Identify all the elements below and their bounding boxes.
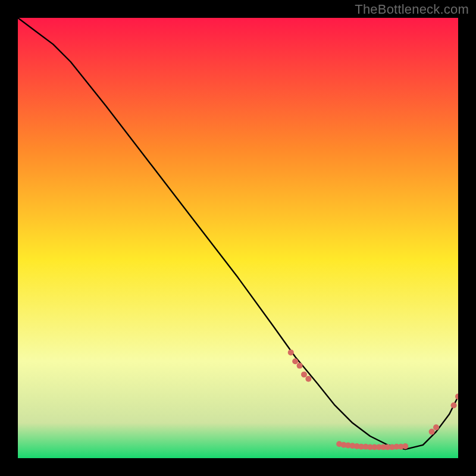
data-marker	[297, 363, 303, 369]
data-marker	[301, 371, 307, 377]
watermark-text: TheBottleneck.com	[355, 2, 469, 17]
data-marker	[305, 376, 311, 382]
plot-area	[18, 18, 458, 458]
data-marker	[433, 424, 439, 430]
data-marker	[429, 429, 435, 435]
data-marker	[402, 443, 408, 449]
chart-svg	[18, 18, 458, 458]
data-marker	[288, 349, 294, 355]
data-marker	[451, 402, 457, 408]
data-marker	[292, 358, 298, 364]
chart-container: TheBottleneck.com	[0, 0, 476, 476]
plot-background	[18, 18, 458, 458]
